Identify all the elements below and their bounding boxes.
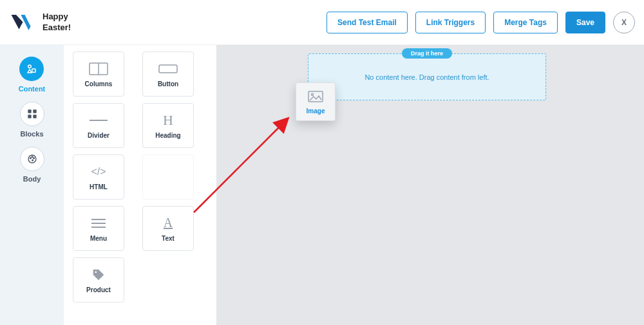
svg-rect-2 <box>28 109 31 113</box>
send-test-email-button[interactable]: Send Test Email <box>327 12 408 33</box>
svg-point-10 <box>32 160 33 161</box>
svg-point-8 <box>32 156 33 158</box>
app-body: Content Blocks Body <box>0 45 644 325</box>
heading-icon: H <box>158 113 178 128</box>
svg-point-9 <box>33 158 34 159</box>
drop-zone-text: No content here. Drag content from left. <box>365 73 489 81</box>
component-label: HTML <box>90 183 108 190</box>
blocks-icon <box>20 102 44 126</box>
svg-rect-3 <box>33 109 36 113</box>
divider-icon <box>88 113 109 128</box>
rail-label: Content <box>19 85 46 93</box>
html-icon: </> <box>88 164 109 180</box>
component-label: Image <box>307 107 325 115</box>
dragging-component-image[interactable]: Image <box>296 82 336 121</box>
drop-zone-pill: Drag it here <box>402 48 452 59</box>
button-icon <box>158 61 178 77</box>
rail-label: Blocks <box>20 130 43 138</box>
rail-label: Body <box>23 175 41 183</box>
page-title: Happy Easter! <box>43 12 71 33</box>
component-divider[interactable]: Divider <box>73 103 124 148</box>
menu-icon <box>88 216 109 231</box>
app-logo-icon <box>10 14 33 32</box>
content-icon <box>19 57 44 81</box>
header-left: Happy Easter! <box>10 12 71 33</box>
svg-point-18 <box>95 271 97 273</box>
canvas-area: Drag it here No content here. Drag conte… <box>216 45 644 325</box>
component-empty-slot <box>142 154 194 200</box>
component-html[interactable]: </> HTML <box>73 154 124 200</box>
svg-point-0 <box>28 65 32 68</box>
component-label: Heading <box>155 132 180 139</box>
product-icon <box>88 267 109 283</box>
text-icon: A <box>158 216 178 231</box>
component-label: Product <box>86 286 111 293</box>
components-panel: Columns Button Divider H Heading <box>64 45 216 325</box>
drop-zone[interactable]: Drag it here No content here. Drag conte… <box>308 53 546 100</box>
component-label: Button <box>158 80 178 88</box>
component-label: Divider <box>88 132 109 139</box>
save-button[interactable]: Save <box>565 12 605 33</box>
email-canvas[interactable]: Drag it here No content here. Drag conte… <box>223 45 638 325</box>
columns-icon <box>88 61 109 77</box>
rail-tab-blocks[interactable]: Blocks <box>20 102 44 138</box>
component-label: Menu <box>90 235 107 242</box>
svg-rect-1 <box>32 69 35 72</box>
component-heading[interactable]: H Heading <box>142 103 194 148</box>
header: Happy Easter! Send Test Email Link Trigg… <box>0 0 644 45</box>
svg-rect-13 <box>159 65 177 73</box>
component-product[interactable]: Product <box>73 257 124 302</box>
merge-tags-button[interactable]: Merge Tags <box>493 12 558 33</box>
body-icon <box>20 147 44 171</box>
image-icon <box>305 89 326 104</box>
component-button[interactable]: Button <box>142 51 194 97</box>
rail-tab-body[interactable]: Body <box>20 147 44 183</box>
component-text[interactable]: A Text <box>142 206 194 251</box>
sidebar-rail: Content Blocks Body <box>0 45 64 325</box>
rail-tab-content[interactable]: Content <box>19 57 46 93</box>
svg-rect-4 <box>28 115 31 118</box>
component-label: Columns <box>85 80 113 88</box>
link-triggers-button[interactable]: Link Triggers <box>415 12 486 33</box>
close-button[interactable]: X <box>613 12 635 33</box>
svg-point-20 <box>312 94 314 96</box>
component-menu[interactable]: Menu <box>73 206 124 251</box>
svg-rect-5 <box>33 115 36 118</box>
component-columns[interactable]: Columns <box>73 51 124 97</box>
component-label: Text <box>162 235 175 242</box>
header-actions: Send Test Email Link Triggers Merge Tags… <box>327 12 635 33</box>
svg-point-7 <box>30 158 31 159</box>
